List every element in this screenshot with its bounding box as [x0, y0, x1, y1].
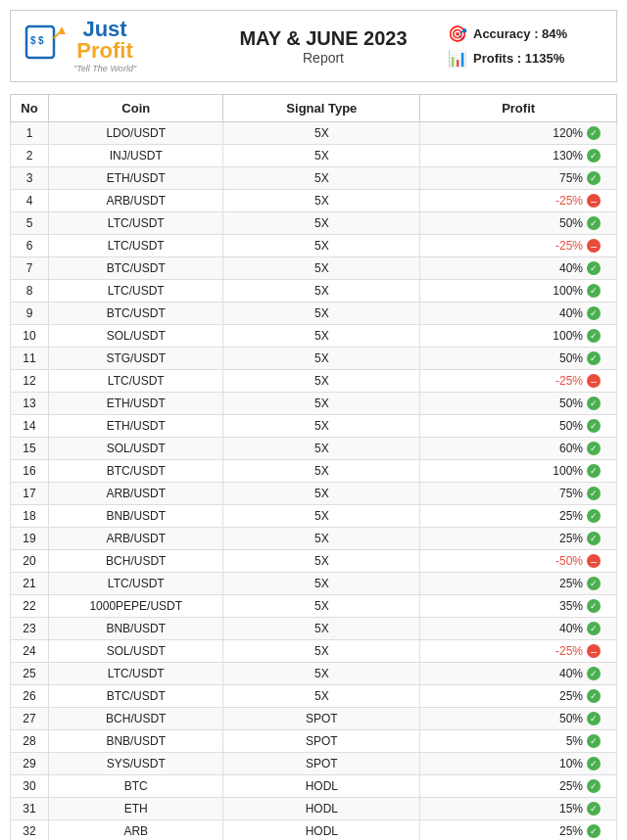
- cell-coin: 1000PEPE/USDT: [49, 595, 223, 618]
- check-icon: ✓: [587, 689, 601, 703]
- cell-no: 10: [11, 325, 49, 348]
- cell-signal: SPOT: [223, 753, 420, 775]
- cell-profit: 75%✓: [420, 167, 617, 190]
- cell-no: 25: [11, 663, 49, 685]
- table-row: 7BTC/USDT5X40%✓: [11, 257, 617, 280]
- cell-profit: 100%✓: [420, 280, 617, 303]
- table-row: 23BNB/USDT5X40%✓: [11, 618, 617, 640]
- cell-no: 8: [11, 280, 49, 303]
- table-row: 18BNB/USDT5X25%✓: [11, 505, 617, 528]
- table-row: 19ARB/USDT5X25%✓: [11, 528, 617, 550]
- check-icon: ✓: [587, 126, 601, 140]
- check-icon: ✓: [587, 487, 601, 500]
- accuracy-label: Accuracy : 84%: [473, 26, 567, 41]
- page: $ $ Just Profit "Tell The World" MAY & J…: [0, 0, 627, 840]
- table-row: 26BTC/USDT5X25%✓: [11, 685, 617, 708]
- cell-no: 3: [11, 167, 49, 190]
- cell-profit: -25%–: [420, 190, 617, 212]
- cell-profit: 50%✓: [420, 393, 617, 415]
- header-profit: Profit: [420, 95, 617, 122]
- table-row: 16BTC/USDT5X100%✓: [11, 460, 617, 483]
- check-icon: ✓: [587, 149, 601, 163]
- table-row: 29SYS/USDTSPOT10%✓: [11, 753, 617, 775]
- table-row: 12LTC/USDT5X-25%–: [11, 370, 617, 393]
- cell-no: 30: [11, 775, 49, 798]
- cell-signal: 5X: [223, 303, 420, 325]
- cell-profit: 40%✓: [420, 663, 617, 685]
- cell-no: 21: [11, 573, 49, 595]
- cell-no: 4: [11, 190, 49, 212]
- cell-coin: ETH/USDT: [49, 393, 223, 415]
- cell-coin: BNB/USDT: [49, 505, 223, 528]
- cell-signal: 5X: [223, 190, 420, 212]
- cell-profit: 100%✓: [420, 325, 617, 348]
- cell-coin: BTC/USDT: [49, 303, 223, 325]
- cell-profit: 25%✓: [420, 528, 617, 550]
- cell-profit: 130%✓: [420, 145, 617, 167]
- table-row: 3ETH/USDT5X75%✓: [11, 167, 617, 190]
- check-icon: ✓: [587, 351, 601, 365]
- table-header-row: No Coin Signal Type Profit: [11, 95, 617, 122]
- logo-profit: Profit: [76, 40, 132, 62]
- cell-no: 26: [11, 685, 49, 708]
- check-icon: ✓: [587, 306, 601, 320]
- header-stats: 🎯 Accuracy : 84% 📊 Profits : 1135%: [448, 24, 604, 68]
- cell-profit: 35%✓: [420, 595, 617, 618]
- cell-profit: 15%✓: [420, 798, 617, 820]
- cell-no: 6: [11, 235, 49, 257]
- cell-signal: 5X: [223, 122, 420, 145]
- cell-coin: BCH/USDT: [49, 550, 223, 573]
- check-icon: ✓: [587, 532, 601, 545]
- cell-no: 28: [11, 730, 49, 753]
- cell-profit: -25%–: [420, 235, 617, 257]
- table-row: 14ETH/USDT5X50%✓: [11, 415, 617, 438]
- check-icon: ✓: [587, 216, 601, 230]
- cell-no: 32: [11, 820, 49, 841]
- cell-signal: 5X: [223, 460, 420, 483]
- cell-no: 15: [11, 438, 49, 460]
- check-icon: ✓: [587, 442, 601, 455]
- table-row: 27BCH/USDTSPOT50%✓: [11, 708, 617, 730]
- cell-no: 2: [11, 145, 49, 167]
- cell-profit: 25%✓: [420, 820, 617, 841]
- cell-signal: 5X: [223, 640, 420, 663]
- cell-no: 20: [11, 550, 49, 573]
- cell-signal: SPOT: [223, 730, 420, 753]
- check-icon: ✓: [587, 509, 601, 523]
- cell-signal: 5X: [223, 573, 420, 595]
- check-icon: ✓: [587, 802, 601, 816]
- cell-coin: LTC/USDT: [49, 370, 223, 393]
- svg-text:$: $: [38, 35, 44, 46]
- cell-signal: HODL: [223, 775, 420, 798]
- cell-coin: ARB/USDT: [49, 190, 223, 212]
- cell-signal: 5X: [223, 212, 420, 235]
- cell-coin: BTC: [49, 775, 223, 798]
- cell-coin: SYS/USDT: [49, 753, 223, 775]
- cell-coin: BCH/USDT: [49, 708, 223, 730]
- cell-no: 17: [11, 483, 49, 505]
- cell-profit: 25%✓: [420, 573, 617, 595]
- cell-coin: ARB/USDT: [49, 528, 223, 550]
- table-row: 13ETH/USDT5X50%✓: [11, 393, 617, 415]
- cell-coin: LTC/USDT: [49, 663, 223, 685]
- cell-no: 12: [11, 370, 49, 393]
- cell-coin: LTC/USDT: [49, 235, 223, 257]
- logo-just: Just: [82, 19, 126, 40]
- cell-signal: 5X: [223, 325, 420, 348]
- table-row: 221000PEPE/USDT5X35%✓: [11, 595, 617, 618]
- cell-signal: 5X: [223, 415, 420, 438]
- table-row: 6LTC/USDT5X-25%–: [11, 235, 617, 257]
- table-row: 31ETHHODL15%✓: [11, 798, 617, 820]
- table-row: 15SOL/USDT5X60%✓: [11, 438, 617, 460]
- table-row: 28BNB/USDTSPOT5%✓: [11, 730, 617, 753]
- cell-no: 9: [11, 303, 49, 325]
- profits-icon: 📊: [448, 49, 467, 68]
- cell-coin: BNB/USDT: [49, 730, 223, 753]
- accuracy-stat: 🎯 Accuracy : 84%: [448, 24, 567, 43]
- check-icon: ✓: [587, 577, 601, 590]
- minus-icon: –: [587, 239, 601, 253]
- cell-no: 19: [11, 528, 49, 550]
- trading-table: No Coin Signal Type Profit 1LDO/USDT5X12…: [10, 94, 617, 840]
- table-row: 21LTC/USDT5X25%✓: [11, 573, 617, 595]
- cell-no: 24: [11, 640, 49, 663]
